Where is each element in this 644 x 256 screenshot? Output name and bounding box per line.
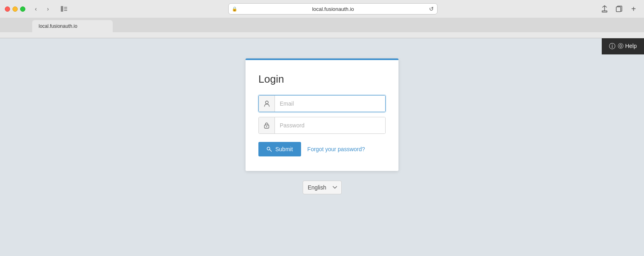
login-title: Login [258, 73, 386, 85]
password-input[interactable] [275, 117, 385, 133]
toolbar-right: + [599, 3, 639, 15]
maximize-button[interactable] [20, 6, 25, 12]
browser-viewport: ⓘ ⓪ Help Login [0, 38, 644, 256]
help-label: ⓪ Help [618, 43, 637, 50]
minimize-button[interactable] [12, 6, 18, 12]
address-bar-container: 🔒 local.fusionauth.io ↺ [73, 3, 592, 15]
new-tab-button[interactable]: + [628, 3, 639, 15]
help-button[interactable]: ⓘ ⓪ Help [602, 38, 644, 54]
svg-rect-4 [616, 7, 621, 12]
svg-rect-1 [64, 7, 67, 8]
nav-buttons: ‹ › [30, 3, 54, 15]
active-tab[interactable]: local.fusionauth.io [32, 20, 113, 32]
lock-field-icon [259, 117, 275, 133]
key-icon [266, 146, 272, 152]
content-area: ⓘ ⓪ Help Login [0, 38, 644, 256]
login-card: Login [246, 58, 398, 171]
forgot-password-link[interactable]: Forgot your password? [308, 146, 365, 152]
browser-chrome: ‹ › 🔒 local.fusionauth.io ↺ [0, 0, 644, 38]
title-bar: ‹ › 🔒 local.fusionauth.io ↺ [0, 0, 644, 18]
duplicate-button[interactable] [613, 3, 625, 15]
svg-rect-3 [64, 10, 67, 11]
svg-rect-2 [64, 8, 67, 9]
sidebar-toggle-button[interactable] [58, 3, 70, 15]
svg-point-5 [265, 101, 268, 104]
share-button[interactable] [599, 3, 610, 15]
help-circle-icon: ⓘ [609, 42, 615, 51]
submit-button[interactable]: Submit [258, 142, 301, 156]
tab-label: local.fusionauth.io [39, 23, 77, 29]
forward-button[interactable]: › [42, 3, 54, 15]
traffic-lights [5, 6, 25, 12]
form-actions: Submit Forgot your password? [258, 142, 386, 156]
back-button[interactable]: ‹ [30, 3, 41, 15]
lock-icon: 🔒 [232, 6, 237, 12]
close-button[interactable] [5, 6, 10, 12]
user-icon [259, 96, 275, 112]
email-input-group [258, 95, 386, 112]
url-text: local.fusionauth.io [240, 6, 427, 12]
language-select[interactable]: English French German Spanish [303, 181, 342, 194]
language-selector: English French German Spanish [303, 181, 342, 194]
email-input[interactable] [275, 96, 385, 112]
password-input-group [258, 117, 386, 134]
svg-rect-0 [61, 6, 63, 12]
address-bar[interactable]: 🔒 local.fusionauth.io ↺ [228, 3, 438, 15]
reload-button[interactable]: ↺ [429, 6, 434, 12]
submit-label: Submit [275, 146, 293, 152]
tabs-bar: local.fusionauth.io [0, 18, 644, 32]
svg-point-7 [266, 126, 267, 127]
